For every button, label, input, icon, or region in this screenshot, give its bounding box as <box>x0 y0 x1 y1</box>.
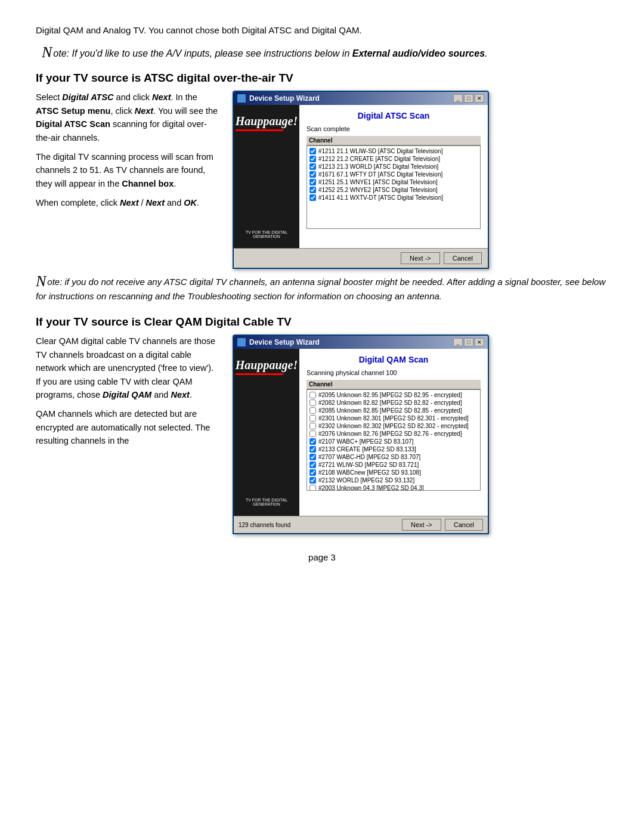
dialog1-win-icon <box>237 94 246 103</box>
page-number: page 3 <box>36 552 608 562</box>
channel-item: #2301 Unknown 82.301 [MPEG2 SD 82.301 - … <box>308 414 479 422</box>
intro-text: Digital QAM and Analog TV. You cannot ch… <box>36 24 608 38</box>
channel-item: #2003 Unknown 04.3 [MPEG2 SD 04.3] <box>308 484 479 491</box>
hauppauge-red-line1 <box>236 129 283 131</box>
dialog1-maximize-btn[interactable]: □ <box>464 94 473 103</box>
dialog2-close-btn[interactable]: ✕ <box>475 338 484 346</box>
dialog2-channel-list[interactable]: #2095 Unknown 82.95 [MPEG2 SD 82.95 - en… <box>306 389 481 491</box>
dialog2-titlebar: Device Setup Wizard _ □ ✕ <box>234 336 488 349</box>
note1-text: ote: If you'd like to use the A/V inputs… <box>53 48 487 58</box>
dialog1-left-panel: Hauppauge! TV FOR THE DIGITAL GENERATION <box>234 105 299 248</box>
dialog2-found-text: 129 channels found <box>239 522 290 528</box>
dialog1-close-btn[interactable]: ✕ <box>475 94 484 103</box>
dialog2-next-btn[interactable]: Next -> <box>402 519 441 531</box>
dialog2-minimize-btn[interactable]: _ <box>453 338 463 346</box>
channel-item: #1671 67.1 WFTY DT [ATSC Digital Televis… <box>308 171 479 178</box>
dialog1-scan-title: Digital ATSC Scan <box>306 111 481 120</box>
dialog2-content: Digital QAM Scan Scanning physical chann… <box>299 349 488 516</box>
section2-content: Clear QAM digital cable TV channels are … <box>36 335 608 534</box>
section2-dialog-col: Device Setup Wizard _ □ ✕ Hauppauge! TV … <box>233 335 608 534</box>
dialog1-minimize-btn[interactable]: _ <box>453 94 463 103</box>
section2-text-col: Clear QAM digital cable TV channels are … <box>36 335 221 534</box>
channel-item: #2707 WABC-HD [MPEG2 SD 83.707] <box>308 453 479 461</box>
dialog1-footer: Next -> Cancel <box>234 248 488 268</box>
dialog2-scan-title: Digital QAM Scan <box>306 355 481 364</box>
dialog2-win-buttons: _ □ ✕ <box>453 338 484 346</box>
dialog1-cancel-btn[interactable]: Cancel <box>444 252 482 264</box>
dialog1-col-header: Channel <box>306 136 481 145</box>
dialog2-title-left: Device Setup Wizard <box>237 338 320 346</box>
dialog2-footer: 129 channels found Next -> Cancel <box>234 516 488 533</box>
channel-item: #1211 21.1 WLIW-SD [ATSC Digital Televis… <box>308 147 479 155</box>
section1-para2: The digital TV scanning process will sca… <box>36 150 221 190</box>
section1-text-col: Select Digital ATSC and click Next. In t… <box>36 91 221 269</box>
dialog1-title: Device Setup Wizard <box>249 94 320 103</box>
channel-item: #2107 WABC+ [MPEG2 SD 83.107] <box>308 438 479 445</box>
dialog2-maximize-btn[interactable]: □ <box>464 338 473 346</box>
channel-item: #2108 WABCnew [MPEG2 SD 93.108] <box>308 469 479 476</box>
dialog2-footer-buttons: Next -> Cancel <box>402 519 483 531</box>
dialog2-logo: Hauppauge! <box>236 358 298 375</box>
channel-item: #2132 WORLD [MPEG2 SD 93.132] <box>308 476 479 484</box>
channel-item: #1212 21.2 CREATE [ATSC Digital Televisi… <box>308 155 479 163</box>
dialog1: Device Setup Wizard _ □ ✕ Hauppauge! TV … <box>233 91 489 269</box>
dialog2-inner: Hauppauge! TV FOR THE DIGITAL GENERATION… <box>234 349 488 516</box>
section1-dialog-col: Device Setup Wizard _ □ ✕ Hauppauge! TV … <box>233 91 608 269</box>
channel-item: #2721 WLIW-SD [MPEG2 SD 83.721] <box>308 461 479 469</box>
note1-letter: N <box>42 45 52 60</box>
channel-item: #1213 21.3 WORLD [ATSC Digital Televisio… <box>308 163 479 171</box>
channel-item: #1251 25.1 WNYE1 [ATSC Digital Televisio… <box>308 178 479 186</box>
hauppauge-red-line2 <box>236 373 283 375</box>
dialog1-status: Scan complete <box>306 125 481 132</box>
dialog1-next-btn[interactable]: Next -> <box>401 252 440 264</box>
section1-heading: If your TV source is ATSC digital over-t… <box>36 72 608 85</box>
dialog1-win-buttons: _ □ ✕ <box>453 94 484 103</box>
dialog2-win-icon <box>237 338 246 346</box>
dialog1-inner: Hauppauge! TV FOR THE DIGITAL GENERATION… <box>234 105 488 248</box>
dialog2: Device Setup Wizard _ □ ✕ Hauppauge! TV … <box>233 335 489 534</box>
channel-item: #2085 Unknown 82.85 [MPEG2 SD 82.85 - en… <box>308 407 479 414</box>
dialog2-col-header: Channel <box>306 380 481 389</box>
dialog2-cancel-btn[interactable]: Cancel <box>445 519 483 531</box>
hauppauge-tagline1: TV FOR THE DIGITAL GENERATION <box>241 230 292 239</box>
note2-block: N ote: if you do not receive any ATSC di… <box>36 275 608 304</box>
hauppauge-logo2: Hauppauge! <box>236 358 298 372</box>
channel-item: #2076 Unknown 82.76 [MPEG2 SD 82.76 - en… <box>308 430 479 438</box>
dialog1-titlebar: Device Setup Wizard _ □ ✕ <box>234 92 488 105</box>
dialog2-status: Scanning physical channel 100 <box>306 369 481 376</box>
dialog1-title-left: Device Setup Wizard <box>237 94 320 103</box>
note2-text: ote: if you do not receive any ATSC digi… <box>36 277 605 301</box>
hauppauge-logo1: Hauppauge! <box>236 114 298 128</box>
section1-content: Select Digital ATSC and click Next. In t… <box>36 91 608 269</box>
note2-letter: N <box>36 274 46 289</box>
section2-heading: If your TV source is Clear QAM Digital C… <box>36 315 608 329</box>
dialog2-title: Device Setup Wizard <box>249 338 320 346</box>
section1-para1: Select Digital ATSC and click Next. In t… <box>36 91 221 144</box>
section2-para2: QAM channels which are detected but are … <box>36 407 221 447</box>
dialog1-channel-list[interactable]: #1211 21.1 WLIW-SD [ATSC Digital Televis… <box>306 145 481 229</box>
channel-item: #2133 CREATE [MPEG2 SD 83.133] <box>308 445 479 453</box>
channel-item: #2082 Unknown 82.82 [MPEG2 SD 82.82 - en… <box>308 399 479 407</box>
channel-item: #2095 Unknown 82.95 [MPEG2 SD 82.95 - en… <box>308 391 479 399</box>
dialog1-content: Digital ATSC Scan Scan complete Channel … <box>299 105 488 248</box>
channel-item: #1252 25.2 WNYE2 [ATSC Digital Televisio… <box>308 186 479 194</box>
dialog1-logo: Hauppauge! <box>236 114 298 131</box>
channel-item: #1411 41.1 WXTV-DT [ATSC Digital Televis… <box>308 194 479 202</box>
hauppauge-tagline2: TV FOR THE DIGITAL GENERATION <box>241 498 292 506</box>
section2-para1: Clear QAM digital cable TV channels are … <box>36 335 221 401</box>
dialog2-left-panel: Hauppauge! TV FOR THE DIGITAL GENERATION <box>234 349 299 516</box>
channel-item: #2302 Unknown 82.302 [MPEG2 SD 82.302 - … <box>308 422 479 430</box>
note1-block: N ote: If you'd like to use the A/V inpu… <box>36 46 608 61</box>
section1-para3: When complete, click Next / Next and OK. <box>36 196 221 209</box>
